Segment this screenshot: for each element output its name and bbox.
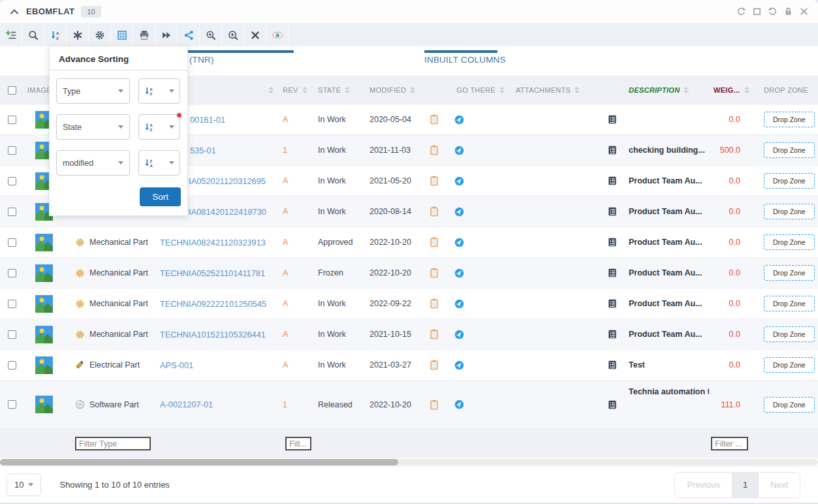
sort-caret-icon[interactable]	[684, 87, 689, 93]
sort-field-select-2[interactable]: State	[56, 114, 130, 140]
part-number-link[interactable]: TECHNIA101521105326441	[160, 330, 266, 339]
description-details-icon[interactable]	[607, 176, 618, 186]
row-checkbox[interactable]	[8, 116, 16, 124]
select-all-checkbox[interactable]	[8, 86, 16, 95]
toolbar-clear-button[interactable]	[244, 24, 266, 47]
description-details-icon[interactable]	[607, 268, 618, 278]
sort-caret-icon[interactable]	[574, 87, 580, 93]
go-there-compass-icon[interactable]	[454, 238, 464, 247]
row-checkbox[interactable]	[8, 361, 16, 370]
col-attachments[interactable]: ATTACHMENTS	[505, 86, 596, 94]
row-checkbox[interactable]	[8, 238, 16, 247]
clipboard-icon[interactable]	[429, 360, 439, 370]
description-details-icon[interactable]	[607, 329, 618, 339]
filter-state-input[interactable]	[285, 437, 311, 450]
go-there-compass-icon[interactable]	[454, 176, 464, 186]
go-there-compass-icon[interactable]	[454, 360, 464, 370]
lock-icon[interactable]	[783, 7, 793, 16]
description-details-icon[interactable]	[607, 145, 618, 155]
col-modified[interactable]: MODIFIED	[362, 86, 422, 94]
clipboard-icon[interactable]	[429, 206, 439, 217]
toolbar-table-button[interactable]	[111, 24, 133, 47]
sort-button[interactable]: Sort	[140, 187, 181, 206]
row-checkbox[interactable]	[8, 330, 16, 339]
filter-type-input[interactable]	[75, 437, 151, 450]
sort-field-select-3[interactable]: modified	[56, 150, 130, 176]
toolbar-settings-button[interactable]	[89, 24, 111, 47]
drop-zone-button[interactable]: Drop Zone	[764, 173, 815, 189]
part-number-link[interactable]: A-0021207-01	[160, 400, 213, 409]
part-image-icon[interactable]	[35, 326, 53, 343]
col-state[interactable]: STATE	[310, 86, 362, 94]
description-details-icon[interactable]	[607, 400, 618, 410]
row-checkbox[interactable]	[8, 400, 16, 409]
clipboard-icon[interactable]	[429, 176, 439, 186]
toolbar-add-row-button[interactable]	[0, 24, 22, 47]
go-there-compass-icon[interactable]	[454, 299, 464, 309]
drop-zone-button[interactable]: Drop Zone	[764, 357, 815, 373]
part-image-icon[interactable]	[35, 356, 53, 374]
drop-zone-button[interactable]: Drop Zone	[764, 326, 815, 342]
row-checkbox[interactable]	[8, 300, 16, 308]
sort-order-select-3[interactable]	[138, 150, 180, 176]
page-size-select[interactable]: 10	[7, 473, 41, 496]
drop-zone-button[interactable]: Drop Zone	[764, 204, 815, 219]
col-go-there[interactable]: GO THERE	[422, 86, 505, 94]
drop-zone-button[interactable]: Drop Zone	[764, 265, 815, 281]
sort-caret-icon[interactable]	[744, 87, 749, 93]
drop-zone-button[interactable]: Drop Zone	[764, 296, 815, 311]
go-there-compass-icon[interactable]	[454, 400, 464, 409]
description-details-icon[interactable]	[607, 237, 618, 247]
clipboard-icon[interactable]	[429, 114, 439, 125]
toolbar-fast-forward-button[interactable]	[155, 24, 178, 47]
row-checkbox[interactable]	[8, 146, 16, 155]
col-image[interactable]: IMAGE	[27, 86, 52, 94]
description-details-icon[interactable]	[607, 298, 618, 309]
go-there-compass-icon[interactable]	[454, 268, 464, 278]
clipboard-icon[interactable]	[429, 145, 439, 155]
description-details-icon[interactable]	[607, 360, 618, 370]
part-number-link[interactable]: TECHNIA092222101250545	[160, 299, 266, 309]
description-details-icon[interactable]	[607, 114, 618, 125]
previous-page-button[interactable]: Previous	[675, 473, 732, 497]
sort-caret-icon[interactable]	[268, 87, 274, 93]
toolbar-search-plus-button[interactable]	[200, 24, 222, 47]
sort-order-select-1[interactable]	[138, 78, 180, 104]
close-icon[interactable]	[799, 7, 809, 16]
part-image-icon[interactable]	[35, 264, 53, 282]
row-checkbox[interactable]	[8, 269, 16, 277]
drop-zone-button[interactable]: Drop Zone	[764, 234, 815, 250]
clipboard-icon[interactable]	[429, 298, 439, 309]
toolbar-asterisk-button[interactable]	[67, 24, 89, 47]
go-there-compass-icon[interactable]	[454, 115, 464, 125]
row-checkbox[interactable]	[8, 208, 16, 216]
toolbar-zoom-in-button[interactable]	[222, 24, 244, 47]
part-number-link[interactable]: TECHNIA052521101411781	[160, 268, 265, 278]
drop-zone-button[interactable]: Drop Zone	[764, 142, 815, 158]
clipboard-icon[interactable]	[429, 268, 439, 278]
go-there-compass-icon[interactable]	[454, 207, 464, 217]
undo-icon[interactable]	[768, 7, 778, 16]
clipboard-icon[interactable]	[429, 237, 439, 247]
description-details-icon[interactable]	[607, 206, 618, 217]
part-image-icon[interactable]	[35, 295, 53, 313]
toolbar-search-button[interactable]	[22, 24, 44, 47]
col-rev[interactable]: REV	[277, 86, 310, 94]
sort-caret-icon[interactable]	[499, 87, 505, 93]
next-page-button[interactable]: Next	[759, 473, 800, 497]
sort-field-select-1[interactable]: Type	[56, 78, 130, 104]
filter-weight-input[interactable]	[711, 437, 748, 450]
clipboard-icon[interactable]	[429, 329, 439, 339]
sort-order-select-2[interactable]	[138, 114, 180, 140]
collapse-chevron-icon[interactable]	[9, 7, 20, 17]
sort-caret-icon[interactable]	[345, 87, 350, 93]
go-there-compass-icon[interactable]	[454, 146, 464, 155]
restore-icon[interactable]	[752, 7, 762, 16]
scrollbar-thumb[interactable]	[0, 459, 398, 465]
go-there-compass-icon[interactable]	[454, 330, 464, 339]
current-page-button[interactable]: 1	[732, 473, 759, 497]
part-image-icon[interactable]	[35, 234, 53, 251]
sort-caret-icon[interactable]	[410, 87, 415, 93]
toolbar-share-button[interactable]	[178, 24, 200, 47]
part-number-link[interactable]: APS-001	[160, 360, 193, 370]
